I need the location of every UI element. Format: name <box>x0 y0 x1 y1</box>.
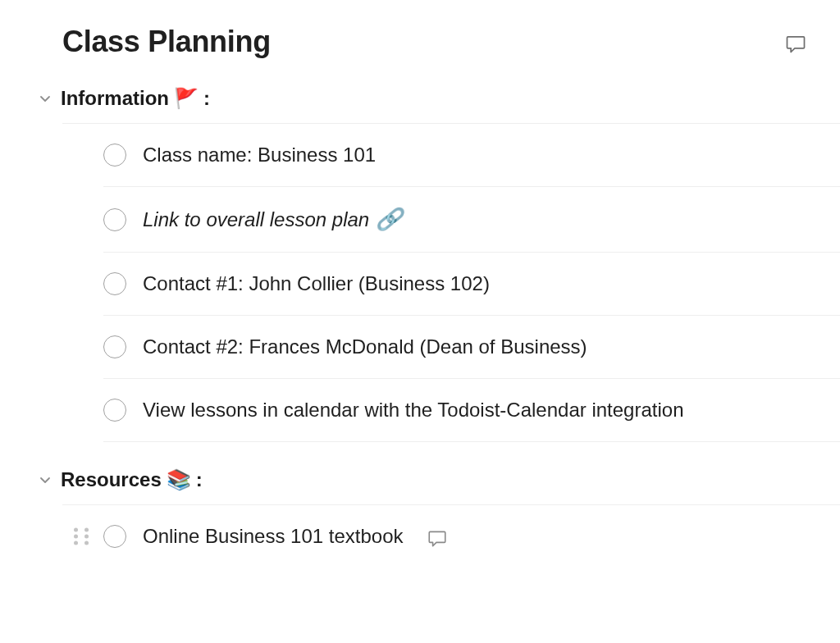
section-title-resources[interactable]: Resources 📚 : <box>61 468 203 491</box>
books-icon: 📚 <box>167 468 191 491</box>
task-row[interactable]: Link to overall lesson plan 🔗 <box>103 186 840 252</box>
chevron-down-icon[interactable] <box>36 471 54 489</box>
task-text: Class name: Business 101 <box>143 144 376 166</box>
task-row[interactable]: Contact #1: John Collier (Business 102) <box>103 252 840 315</box>
task-row[interactable]: Class name: Business 101 <box>103 124 840 186</box>
task-text: View lessons in calendar with the Todois… <box>143 399 684 422</box>
task-text: Online Business 101 textbook <box>143 525 404 548</box>
task-list-information: Class name: Business 101 Link to overall… <box>0 124 840 442</box>
task-checkbox[interactable] <box>103 399 126 422</box>
section-title-information[interactable]: Information 🚩 : <box>61 87 210 110</box>
link-icon: 🔗 <box>376 207 402 232</box>
chevron-down-icon[interactable] <box>36 89 54 107</box>
section-title-label: Resources <box>61 468 162 491</box>
flag-icon: 🚩 <box>174 87 199 110</box>
task-row[interactable]: View lessons in calendar with the Todois… <box>103 378 840 442</box>
task-row[interactable]: Online Business 101 textbook <box>103 505 840 568</box>
task-checkbox[interactable] <box>103 525 126 548</box>
task-row[interactable]: Contact #2: Frances McDonald (Dean of Bu… <box>103 315 840 378</box>
task-text-label: Link to overall lesson plan <box>143 208 369 231</box>
task-checkbox[interactable] <box>103 335 126 358</box>
task-checkbox[interactable] <box>103 272 126 295</box>
task-text: Contact #1: John Collier (Business 102) <box>143 272 490 295</box>
task-text: Contact #2: Frances McDonald (Dean of Bu… <box>143 335 587 358</box>
page-title: Class Planning <box>62 25 271 59</box>
comments-icon[interactable] <box>784 32 807 52</box>
comment-icon[interactable] <box>427 527 448 545</box>
task-list-resources: Online Business 101 textbook <box>0 505 840 568</box>
task-checkbox[interactable] <box>103 144 126 166</box>
task-checkbox[interactable] <box>103 208 126 231</box>
task-text: Link to overall lesson plan 🔗 <box>143 207 402 232</box>
section-title-label: Information <box>61 87 169 110</box>
section-title-suffix: : <box>203 87 210 110</box>
drag-handle-icon[interactable] <box>74 528 92 545</box>
section-title-suffix: : <box>196 468 203 491</box>
